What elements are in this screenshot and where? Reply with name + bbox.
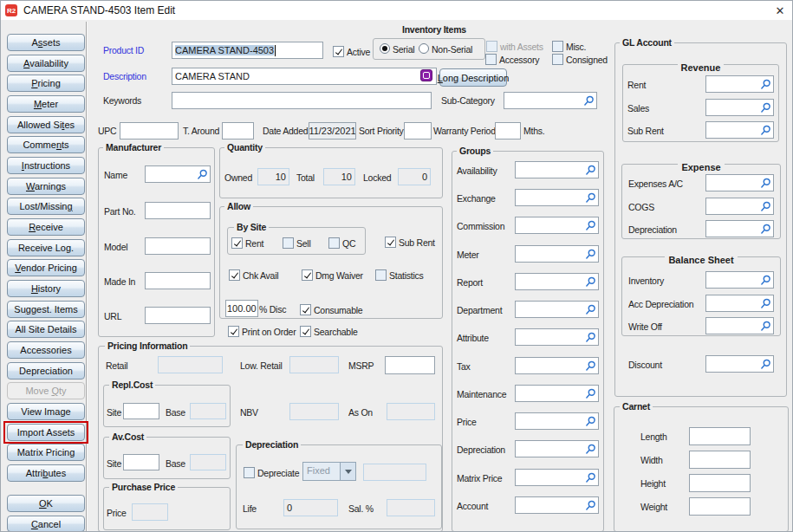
gl-sales-field[interactable] <box>705 99 774 116</box>
warranty-period-field[interactable] <box>495 122 521 139</box>
sidebar-depreciation-button[interactable]: Depreciation <box>7 362 85 380</box>
sidebar-view-image-button[interactable]: View Image <box>7 403 85 420</box>
depreciate-checkbox[interactable] <box>244 467 255 478</box>
carnet-width-field[interactable] <box>689 451 751 469</box>
sidebar-instructions-button[interactable]: Instructions <box>7 157 85 174</box>
sidebar-comments-button[interactable]: Comments <box>7 136 85 153</box>
gl-depreciation-field[interactable] <box>705 220 774 237</box>
statistics-checkbox[interactable] <box>375 269 387 281</box>
sub-rent-checkbox[interactable] <box>385 237 396 248</box>
part-no-field[interactable] <box>145 202 211 219</box>
group-matrix-price-label: Matrix Price <box>457 473 502 484</box>
sidebar-lost-missing-button[interactable]: Lost/Missing <box>7 198 85 215</box>
import-assets-highlight <box>3 421 88 444</box>
price-field <box>132 503 168 521</box>
keywords-field[interactable] <box>172 92 432 109</box>
url-label: URL <box>104 311 121 322</box>
product-id-field[interactable]: CAMERA STAND-4503 <box>172 42 323 59</box>
name-label: Name <box>104 170 127 181</box>
serial-radio[interactable] <box>380 43 390 54</box>
dmg-waiver-checkbox[interactable] <box>302 269 313 281</box>
msrp-field[interactable] <box>385 356 435 374</box>
non-serial-radio[interactable] <box>419 43 429 54</box>
sidebar-allowed-sites-button[interactable]: Allowed Sites <box>7 116 85 133</box>
url-field[interactable] <box>145 307 211 324</box>
carnet-height-field[interactable] <box>689 474 751 492</box>
group-depreciation-label: Depreciation <box>457 444 505 456</box>
name-field[interactable] <box>145 165 211 183</box>
active-checkbox[interactable] <box>333 46 344 57</box>
av-site-field[interactable] <box>123 454 159 470</box>
gl-cogs-label: COGS <box>628 202 654 213</box>
rent-checkbox[interactable] <box>231 237 243 249</box>
sidebar-receive-log-button[interactable]: Receive Log. <box>7 239 85 256</box>
group-report-field[interactable] <box>515 273 599 290</box>
gl-sub-rent-field[interactable] <box>705 121 774 139</box>
close-icon[interactable]: ✕ <box>773 3 787 17</box>
group-tax-field[interactable] <box>515 357 599 374</box>
sub-category-field[interactable] <box>504 92 597 109</box>
group-meter-field[interactable] <box>515 245 599 263</box>
group-price-field[interactable] <box>515 412 599 430</box>
model-field[interactable] <box>145 237 211 255</box>
group-report-label: Report <box>457 277 483 289</box>
gl-write-off-field[interactable] <box>705 317 774 334</box>
sort-priority-field[interactable] <box>404 122 432 139</box>
repl-site-field[interactable] <box>123 403 159 419</box>
sidebar-vendor-pricing-button[interactable]: Vendor Pricing <box>7 259 85 276</box>
gl-rent-field[interactable] <box>705 75 774 93</box>
carnet-weight-field[interactable] <box>689 497 751 516</box>
group-attribute-field[interactable] <box>515 328 599 346</box>
upc-field[interactable] <box>120 122 179 139</box>
misc-checkbox[interactable] <box>552 41 563 52</box>
sidebar-all-site-details-button[interactable]: All Site Details <box>7 321 85 338</box>
consumable-checkbox[interactable] <box>300 304 311 315</box>
t-around-field[interactable] <box>222 122 254 139</box>
disc-field[interactable]: 100.00 <box>225 300 258 317</box>
group-tax-field-search-icon <box>585 360 596 372</box>
qc-checkbox[interactable] <box>328 237 340 249</box>
group-commission-field[interactable] <box>515 217 599 234</box>
group-availability-field-search-icon <box>585 165 596 176</box>
gl-write-off-label: Write Off <box>628 321 662 333</box>
group-availability-field[interactable] <box>515 161 599 178</box>
accessory-checkbox[interactable] <box>485 54 497 65</box>
sidebar-attributes-button[interactable]: Attributes <box>7 464 85 482</box>
gl-acc-depreciation-field[interactable] <box>705 295 774 312</box>
chk-avail-label: Chk Avail <box>243 270 278 282</box>
sidebar-meter-button[interactable]: Meter <box>7 95 85 113</box>
sidebar-availability-button[interactable]: Availability <box>7 55 85 72</box>
sidebar-receive-button[interactable]: Receive <box>7 218 85 236</box>
gl-inventory-field[interactable] <box>705 271 774 289</box>
sidebar-ok-button[interactable]: OK <box>7 495 85 512</box>
group-matrix-price-field[interactable] <box>515 469 599 486</box>
sidebar-history-button[interactable]: History <box>7 280 85 297</box>
group-maintenance-field[interactable] <box>515 385 599 402</box>
sell-checkbox[interactable] <box>283 237 294 249</box>
gl-expenses-a-c-field[interactable] <box>705 174 774 191</box>
carnet-title: Carnet <box>620 401 653 412</box>
chk-avail-checkbox[interactable] <box>229 269 240 281</box>
made-in-field[interactable] <box>145 272 211 289</box>
sidebar-suggest-items-button[interactable]: Suggest. Items <box>7 301 85 318</box>
gl-cogs-field[interactable] <box>705 198 774 215</box>
mths-label: Mths. <box>523 126 544 137</box>
group-depreciation-field[interactable] <box>515 440 599 457</box>
group-department-field[interactable] <box>515 301 599 318</box>
long-description-button[interactable]: Long Description <box>439 68 507 87</box>
sidebar-accessories-button[interactable]: Accessories <box>7 341 85 359</box>
sidebar-pricing-button[interactable]: Pricing <box>7 75 85 92</box>
group-account-field[interactable] <box>515 496 599 514</box>
description-field[interactable]: CAMERA STAND <box>172 68 437 85</box>
gl-discount-field[interactable] <box>705 355 774 373</box>
searchable-checkbox[interactable] <box>300 326 311 337</box>
carnet-length-field[interactable] <box>689 427 751 445</box>
long-description-icon[interactable] <box>420 69 432 81</box>
sidebar-assets-button[interactable]: Assets <box>7 34 85 51</box>
group-exchange-field[interactable] <box>515 189 599 206</box>
sidebar-cancel-button[interactable]: Cancel <box>7 516 85 532</box>
consigned-checkbox[interactable] <box>552 54 563 65</box>
sidebar-matrix-pricing-button[interactable]: Matrix Pricing <box>7 444 85 461</box>
sidebar-warnings-button[interactable]: Warnings <box>7 178 85 195</box>
print-on-order-checkbox[interactable] <box>228 326 239 337</box>
